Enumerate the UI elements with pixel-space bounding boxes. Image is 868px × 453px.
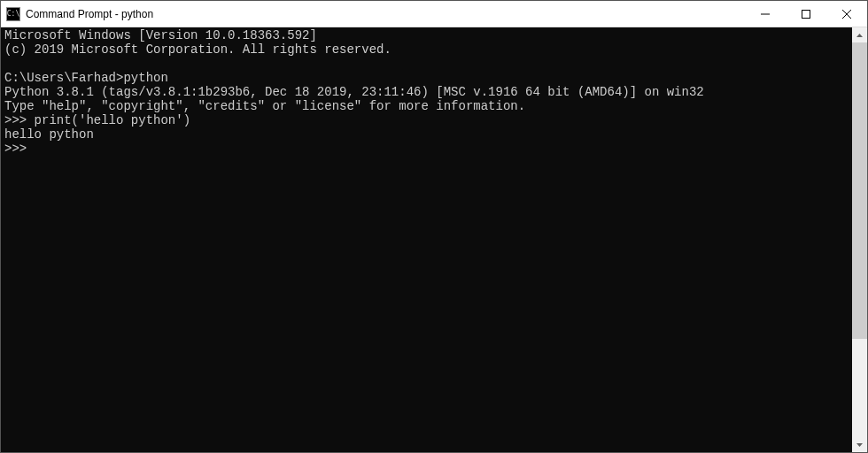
scroll-thumb[interactable] — [852, 42, 867, 339]
window-controls — [745, 1, 867, 27]
close-button[interactable] — [826, 1, 867, 27]
scroll-track[interactable] — [852, 42, 867, 437]
terminal-line: Type "help", "copyright", "credits" or "… — [4, 99, 849, 113]
scroll-up-arrow[interactable] — [852, 27, 867, 42]
terminal-line: Python 3.8.1 (tags/v3.8.1:1b293b6, Dec 1… — [4, 85, 849, 99]
svg-marker-4 — [856, 34, 863, 37]
svg-marker-5 — [856, 443, 863, 447]
terminal-container: Microsoft Windows [Version 10.0.18363.59… — [1, 27, 867, 452]
maximize-button[interactable] — [786, 1, 826, 27]
terminal-line: C:\Users\Farhad>python — [4, 71, 849, 85]
window-title: Command Prompt - python — [26, 8, 745, 20]
minimize-button[interactable] — [745, 1, 786, 27]
terminal-line: hello python — [4, 127, 849, 142]
cmd-icon: C:\ — [6, 7, 20, 21]
terminal-line — [4, 57, 849, 71]
titlebar: C:\ Command Prompt - python — [1, 1, 867, 27]
terminal-line: Microsoft Windows [Version 10.0.18363.59… — [4, 28, 849, 42]
terminal-line: (c) 2019 Microsoft Corporation. All righ… — [4, 42, 849, 57]
vertical-scrollbar[interactable] — [852, 27, 867, 452]
terminal-line: >>> print('hello python') — [4, 113, 849, 127]
scroll-down-arrow[interactable] — [852, 437, 867, 452]
svg-rect-1 — [802, 10, 810, 18]
terminal-line: >>> — [4, 142, 849, 156]
terminal-output[interactable]: Microsoft Windows [Version 10.0.18363.59… — [1, 27, 852, 452]
